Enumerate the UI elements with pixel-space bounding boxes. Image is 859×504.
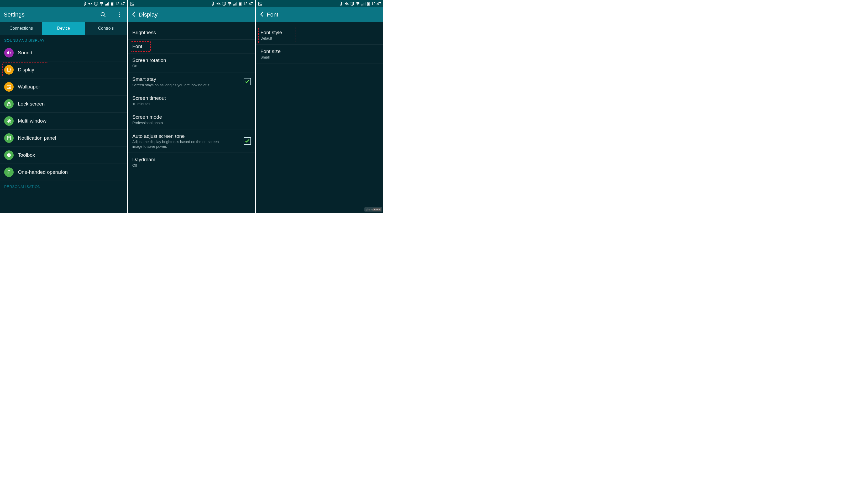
- checkbox-checked[interactable]: [244, 78, 251, 85]
- display-item-brightness[interactable]: Brightness: [128, 26, 255, 40]
- svg-rect-2: [105, 4, 106, 5]
- svg-rect-31: [237, 2, 237, 5]
- settings-item-label: One-handed operation: [18, 169, 123, 175]
- settings-item-display[interactable]: Display: [0, 61, 127, 78]
- settings-item-wallpaper[interactable]: Wallpaper: [0, 78, 127, 95]
- signal-icon: [105, 2, 109, 5]
- status-time: 12:47: [243, 2, 253, 6]
- section-header-personalisation: PERSONALISATION: [0, 181, 127, 190]
- display-icon: [4, 65, 14, 75]
- battery-icon: [239, 2, 242, 6]
- alarm-icon: [222, 2, 226, 6]
- display-item-sub: On: [132, 64, 227, 68]
- settings-item-sound[interactable]: Sound: [0, 44, 127, 61]
- settings-item-label: Sound: [18, 50, 123, 56]
- display-item-label: Daydream: [132, 156, 251, 163]
- bluetooth-icon: [84, 2, 87, 6]
- settings-item-one-handed-operation[interactable]: One-handed operation: [0, 164, 127, 181]
- display-item-sub: Professional photo: [132, 121, 227, 125]
- screen-font: 12:47 Font Font styleDefaultFont sizeSma…: [256, 0, 383, 213]
- display-item-screen-timeout[interactable]: Screen timeout10 minutes: [128, 91, 255, 110]
- settings-item-notification-panel[interactable]: Notification panel: [0, 130, 127, 147]
- checkbox-checked[interactable]: [244, 137, 251, 144]
- back-button[interactable]: [260, 10, 265, 20]
- svg-rect-30: [236, 3, 236, 5]
- one-handed-icon: [4, 167, 14, 177]
- font-item-font-style[interactable]: Font styleDefault: [256, 26, 383, 45]
- watermark-text2: Arena: [373, 208, 381, 211]
- font-item-font-size[interactable]: Font sizeSmall: [256, 45, 383, 63]
- action-bar: Display: [128, 7, 255, 22]
- display-item-screen-rotation[interactable]: Screen rotationOn: [128, 54, 255, 73]
- svg-point-37: [358, 5, 358, 5]
- svg-rect-15: [7, 85, 11, 89]
- svg-rect-39: [363, 4, 363, 5]
- settings-item-label: Toolbox: [18, 152, 123, 158]
- svg-rect-3: [106, 4, 107, 5]
- font-item-label: Font style: [260, 29, 379, 36]
- screen-display: 12:47 Display BrightnessFontScreen rotat…: [128, 0, 255, 213]
- action-bar-divider: [111, 11, 111, 18]
- mute-icon: [344, 2, 349, 5]
- wifi-icon: [100, 2, 104, 5]
- back-button[interactable]: [132, 10, 136, 20]
- svg-rect-40: [364, 3, 364, 5]
- status-bar: 12:47: [128, 0, 255, 7]
- tab-device[interactable]: Device: [42, 22, 85, 35]
- svg-rect-34: [240, 2, 241, 2]
- display-item-label: Brightness: [132, 29, 251, 36]
- toolbox-icon: [4, 150, 14, 160]
- svg-point-10: [119, 12, 120, 13]
- lock-screen-icon: [4, 99, 14, 109]
- display-item-font[interactable]: Font: [128, 40, 255, 54]
- alarm-icon: [350, 2, 354, 6]
- display-item-label: Auto adjust screen tone: [132, 133, 239, 139]
- svg-rect-43: [367, 3, 369, 5]
- display-item-screen-mode[interactable]: Screen modeProfessional photo: [128, 110, 255, 129]
- settings-item-label: Wallpaper: [18, 84, 123, 90]
- svg-rect-8: [112, 2, 112, 2]
- svg-point-14: [10, 69, 11, 70]
- svg-rect-28: [233, 4, 234, 5]
- settings-item-lock-screen[interactable]: Lock screen: [0, 95, 127, 112]
- display-item-daydream[interactable]: DaydreamOff: [128, 153, 255, 172]
- svg-point-21: [8, 155, 9, 156]
- svg-rect-5: [108, 2, 109, 5]
- svg-rect-33: [239, 3, 241, 5]
- status-time: 12:47: [371, 2, 381, 6]
- svg-rect-38: [362, 4, 362, 5]
- svg-point-9: [101, 13, 105, 16]
- watermark: phone Arena: [364, 208, 382, 212]
- settings-item-label: Display: [18, 67, 123, 73]
- display-item-sub: Adjust the display brightness based on t…: [132, 140, 227, 149]
- alarm-icon: [94, 2, 98, 6]
- tab-connections[interactable]: Connections: [0, 22, 42, 35]
- signal-icon: [362, 2, 365, 5]
- search-button[interactable]: [97, 9, 109, 20]
- action-bar: Font: [256, 7, 383, 22]
- settings-item-label: Notification panel: [18, 135, 123, 141]
- display-item-label: Screen rotation: [132, 57, 251, 63]
- settings-item-label: Lock screen: [18, 101, 123, 107]
- display-item-sub: 10 minutes: [132, 102, 227, 107]
- tab-controls[interactable]: Controls: [85, 22, 127, 35]
- status-time: 12:47: [115, 2, 125, 6]
- svg-point-23: [10, 155, 10, 156]
- svg-rect-7: [111, 3, 113, 5]
- wallpaper-icon: [4, 82, 14, 92]
- screen-settings: 12:47 Settings Connections Device Contro…: [0, 0, 127, 213]
- svg-point-12: [119, 16, 120, 17]
- settings-item-multi-window[interactable]: Multi window: [0, 112, 127, 130]
- svg-rect-25: [131, 2, 134, 5]
- overflow-menu-button[interactable]: [114, 9, 125, 20]
- display-item-smart-stay[interactable]: Smart stayScreen stays on as long as you…: [128, 73, 255, 91]
- display-item-auto-adjust-screen-tone[interactable]: Auto adjust screen toneAdjust the displa…: [128, 129, 255, 153]
- svg-rect-16: [7, 104, 10, 106]
- svg-rect-35: [259, 2, 262, 5]
- svg-rect-41: [365, 2, 365, 5]
- svg-rect-29: [235, 4, 235, 5]
- svg-point-1: [101, 5, 102, 5]
- section-header-sound-display: SOUND AND DISPLAY: [0, 35, 127, 44]
- settings-item-toolbox[interactable]: Toolbox: [0, 147, 127, 164]
- page-title: Display: [139, 11, 253, 18]
